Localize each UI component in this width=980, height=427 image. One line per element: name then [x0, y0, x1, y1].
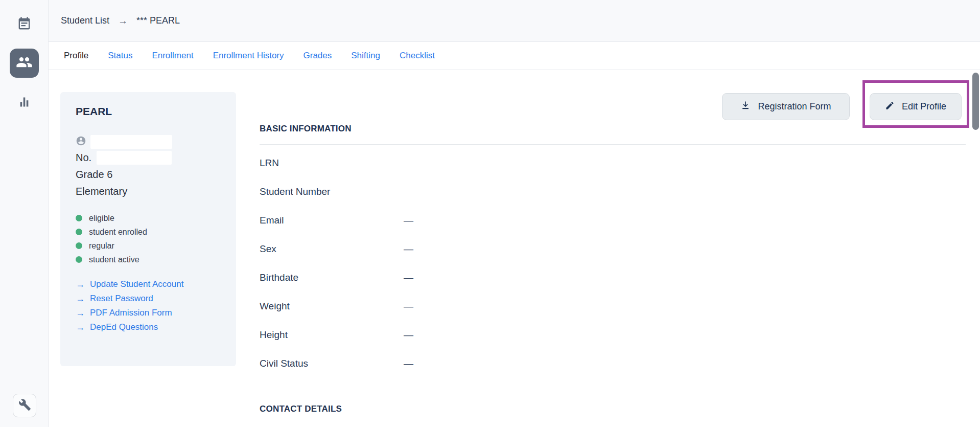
info-row-lrn: LRN — [260, 149, 771, 177]
status-badge: student enrolled — [76, 225, 221, 239]
section-title-contact-details: CONTACT DETAILS — [260, 404, 342, 414]
arrow-right-icon: → — [76, 279, 85, 290]
tab-enrollment-history[interactable]: Enrollment History — [213, 51, 284, 61]
student-level: Elementary — [76, 183, 221, 200]
redacted-student-number — [97, 151, 172, 165]
student-action-links: → Update Student Account → Reset Passwor… — [76, 277, 221, 334]
redacted-student-username — [90, 135, 172, 149]
green-dot-icon — [76, 229, 82, 235]
student-name: PEARL — [76, 105, 221, 118]
registration-form-button[interactable]: Registration Form — [722, 93, 850, 120]
link-deped-questions[interactable]: → DepEd Questions — [76, 320, 221, 334]
calendar-icon — [17, 16, 32, 33]
tab-status[interactable]: Status — [108, 51, 132, 61]
status-badge: student active — [76, 253, 221, 266]
info-row-email: Email — — [260, 206, 771, 235]
green-dot-icon — [76, 242, 82, 249]
basic-information-rows: LRN Student Number Email — Sex — Birthda… — [260, 149, 771, 378]
profile-tab-bar: Profile Status Enrollment Enrollment His… — [49, 42, 980, 70]
student-grade: Grade 6 — [76, 166, 221, 183]
tab-profile[interactable]: Profile — [64, 51, 88, 61]
top-bar: Student List → *** PEARL — [49, 0, 980, 42]
sidebar-item-reports[interactable] — [0, 95, 49, 111]
reports-bar-chart-icon — [17, 95, 31, 111]
student-profile-page: Student List → *** PEARL Profile Status … — [0, 0, 980, 427]
student-account-row — [76, 134, 221, 149]
info-row-sex: Sex — — [260, 235, 771, 263]
pencil-edit-icon — [885, 101, 895, 113]
arrow-right-icon: → — [76, 322, 85, 333]
green-dot-icon — [76, 256, 82, 263]
breadcrumb-current-student: *** PEARL — [136, 15, 180, 26]
link-pdf-admission-form[interactable]: → PDF Admission Form — [76, 306, 221, 320]
info-row-civil-status: Civil Status — — [260, 349, 771, 378]
status-badge: eligible — [76, 211, 221, 225]
tab-shifting[interactable]: Shifting — [351, 51, 380, 61]
download-icon — [740, 100, 751, 113]
account-circle-icon — [76, 136, 86, 148]
sidebar-item-tools[interactable] — [13, 394, 36, 417]
link-update-student-account[interactable]: → Update Student Account — [76, 277, 221, 291]
link-reset-password[interactable]: → Reset Password — [76, 291, 221, 306]
tools-wrench-icon — [18, 398, 31, 413]
arrow-right-icon: → — [76, 308, 85, 319]
students-people-icon — [16, 54, 33, 73]
student-summary-card: PEARL No. Grade 6 Elementary eligible st… — [60, 92, 236, 366]
info-row-height: Height — — [260, 321, 771, 349]
info-row-student-number: Student Number — [260, 177, 771, 206]
info-row-weight: Weight — — [260, 292, 771, 321]
section-title-basic-information: BASIC INFORMATION — [260, 124, 352, 134]
sidebar-item-calendar[interactable] — [0, 16, 49, 33]
tab-enrollment[interactable]: Enrollment — [152, 51, 193, 61]
tab-checklist[interactable]: Checklist — [400, 51, 435, 61]
student-number-row: No. — [76, 149, 221, 166]
vertical-scrollbar-thumb[interactable] — [972, 73, 979, 130]
breadcrumb-arrow-icon: → — [118, 15, 128, 27]
breadcrumb: Student List → *** PEARL — [61, 15, 180, 27]
info-row-birthdate: Birthdate — — [260, 263, 771, 292]
tab-grades[interactable]: Grades — [304, 51, 332, 61]
section-divider — [260, 144, 966, 145]
breadcrumb-student-list-link[interactable]: Student List — [61, 15, 109, 26]
arrow-right-icon: → — [76, 294, 85, 304]
edit-profile-button[interactable]: Edit Profile — [870, 93, 962, 120]
student-number-label: No. — [76, 152, 91, 164]
sidebar-nav — [0, 0, 49, 427]
status-badge-list: eligible student enrolled regular studen… — [76, 211, 221, 266]
status-badge: regular — [76, 239, 221, 253]
sidebar-item-students[interactable] — [10, 49, 39, 78]
green-dot-icon — [76, 215, 82, 221]
